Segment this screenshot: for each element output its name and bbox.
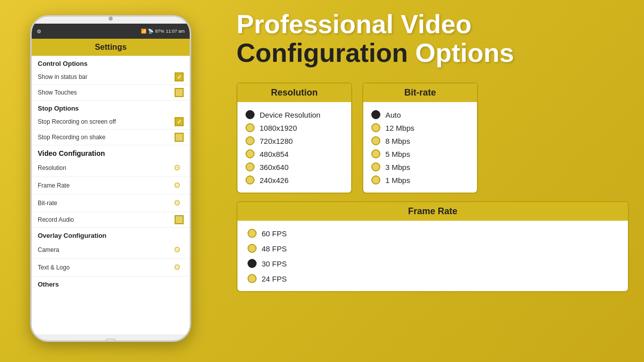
phone-camera — [109, 17, 113, 21]
settings-header: Settings — [32, 39, 190, 56]
resolution-option-0[interactable]: Device Resolution — [246, 108, 343, 121]
show-touches-row[interactable]: Show Touches — [32, 85, 190, 101]
framerate-option-0[interactable]: 60 FPS — [248, 227, 618, 240]
bitrate-option-0[interactable]: Auto — [371, 108, 469, 121]
bitrate-option-1[interactable]: 12 Mbps — [371, 121, 469, 134]
framerate-card-body: 60 FPS 48 FPS 30 FPS 24 FPS — [237, 221, 628, 291]
status-bar: ⚙ 📶 📡 87% 11:07 am — [32, 24, 190, 39]
text-logo-label: Text & Logo — [38, 264, 69, 271]
bitrate-label-5: 1 Mbps — [385, 176, 410, 185]
bitrate-option-3[interactable]: 5 Mbps — [371, 147, 469, 160]
resolution-row[interactable]: Resolution ⚙ — [32, 159, 190, 177]
phone-mockup: ⚙ 📶 📡 87% 11:07 am Settings Control Opti… — [30, 15, 191, 347]
bitrate-radio-5[interactable] — [371, 175, 380, 185]
bitrate-radio-1[interactable] — [371, 123, 380, 132]
stop-recording-shake-row[interactable]: Stop Recording on shake — [32, 130, 190, 145]
wifi-icon: 📶 — [141, 29, 146, 34]
section-overlay-config: Overlay Configuration — [32, 228, 190, 241]
bitrate-card-body: Auto 12 Mbps 8 Mbps 5 Mbps — [363, 102, 477, 193]
bitrate-card-header: Bit-rate — [363, 83, 477, 102]
bitrate-label-2: 8 Mbps — [385, 137, 410, 145]
section-stop-options: Stop Options — [32, 101, 190, 114]
right-panel: Professional Video Configuration Options… — [221, 0, 644, 362]
framerate-option-2[interactable]: 30 FPS — [248, 257, 618, 270]
framerate-label-0: 60 FPS — [262, 229, 287, 238]
resolution-radio-5[interactable] — [246, 175, 255, 185]
resolution-option-2[interactable]: 362x644 — [246, 134, 343, 147]
bitrate-gear-icon[interactable]: ⚙ — [174, 198, 184, 208]
phone-home-button[interactable] — [101, 338, 121, 342]
frame-rate-row[interactable]: Frame Rate ⚙ — [32, 177, 190, 195]
resolution-label-4: 360x640 — [260, 163, 289, 171]
bitrate-label: Bit-rate — [38, 200, 57, 207]
camera-row[interactable]: Camera ⚙ — [32, 241, 190, 259]
resolution-gear-icon[interactable]: ⚙ — [174, 163, 184, 173]
resolution-option-4[interactable]: 360x640 — [246, 160, 343, 173]
framerate-label-2: 30 FPS — [262, 259, 287, 268]
stop-recording-screen-row[interactable]: Stop Recording on screen off ✓ — [32, 114, 190, 130]
show-status-bar-label: Show in status bar — [38, 73, 88, 80]
resolution-radio-4[interactable] — [246, 162, 255, 171]
bitrate-option-5[interactable]: 1 Mbps — [371, 173, 469, 187]
bitrate-radio-0[interactable] — [371, 110, 380, 119]
bitrate-radio-3[interactable] — [371, 149, 380, 158]
section-control-options: Control Options — [32, 56, 190, 69]
title-line1-professional: Professional Video — [236, 10, 471, 39]
framerate-radio-1[interactable] — [248, 244, 257, 253]
bitrate-radio-4[interactable] — [371, 162, 380, 171]
framerate-label-1: 48 FPS — [262, 244, 287, 253]
resolution-label: Resolution — [38, 164, 66, 171]
bitrate-option-4[interactable]: 3 Mbps — [371, 160, 469, 173]
stop-screen-off-label: Stop Recording on screen off — [38, 118, 175, 125]
text-logo-gear-icon[interactable]: ⚙ — [174, 262, 184, 273]
bitrate-radio-2[interactable] — [371, 136, 380, 145]
show-status-bar-row[interactable]: Show in status bar ✓ — [32, 69, 190, 85]
section-others: Others — [32, 277, 190, 290]
bitrate-label-1: 12 Mbps — [385, 124, 415, 132]
phone-content: Control Options Show in status bar ✓ Sho… — [32, 56, 190, 334]
stop-shake-checkbox[interactable] — [175, 133, 184, 142]
time-display: 11:07 am — [166, 29, 185, 34]
resolution-card-body: Device Resolution 1080x1920 362x644 480… — [237, 102, 351, 193]
stop-screen-off-checkbox[interactable]: ✓ — [175, 117, 184, 126]
camera-label: Camera — [38, 246, 59, 253]
frame-rate-gear-icon[interactable]: ⚙ — [174, 180, 184, 191]
resolution-card: Resolution Device Resolution 1080x1920 7… — [236, 82, 352, 194]
resolution-radio-0[interactable] — [246, 110, 255, 119]
status-bar-left: ⚙ — [37, 29, 41, 34]
bitrate-option-2[interactable]: 8 Mbps — [371, 134, 469, 147]
framerate-radio-2[interactable] — [248, 259, 257, 268]
record-audio-row[interactable]: Record Audio — [32, 212, 190, 228]
resolution-option-5[interactable]: 240x426 — [246, 173, 343, 187]
main-title: Professional Video Configuration Options — [236, 10, 629, 67]
resolution-label-3: 480x854 — [260, 150, 289, 158]
bitrate-label-0: Auto — [385, 111, 401, 119]
bitrate-row[interactable]: Bit-rate ⚙ — [32, 195, 190, 212]
framerate-option-1[interactable]: 48 FPS — [248, 242, 618, 255]
resolution-option-3[interactable]: 480x854 — [246, 147, 343, 160]
framerate-radio-3[interactable] — [248, 274, 257, 283]
title-line2-configuration: Configuration — [236, 38, 408, 67]
framerate-card: Frame Rate 60 FPS 48 FPS 30 FPS 24 FPS — [236, 201, 629, 292]
record-audio-checkbox[interactable] — [175, 215, 184, 224]
show-status-bar-checkbox[interactable]: ✓ — [175, 72, 184, 81]
show-touches-label: Show Touches — [38, 89, 77, 96]
signal-icon: 📡 — [148, 29, 153, 34]
bitrate-label-3: 5 Mbps — [385, 150, 410, 158]
text-logo-row[interactable]: Text & Logo ⚙ — [32, 259, 190, 277]
bitrate-card: Bit-rate Auto 12 Mbps 8 Mbps — [362, 82, 478, 194]
framerate-option-3[interactable]: 24 FPS — [248, 272, 618, 285]
resolution-card-header: Resolution — [237, 83, 351, 102]
resolution-label-2: 362x644 — [260, 137, 293, 145]
framerate-radio-0[interactable] — [248, 229, 257, 238]
resolution-label-5: 240x426 — [260, 176, 289, 185]
resolution-radio-3[interactable] — [246, 149, 255, 158]
record-audio-label: Record Audio — [38, 216, 74, 223]
resolution-radio-2[interactable] — [246, 136, 255, 145]
resolution-radio-1[interactable] — [246, 123, 255, 132]
show-touches-checkbox[interactable] — [175, 88, 184, 97]
title-line2-options: Options — [415, 38, 514, 67]
resolution-option-1[interactable]: 1080x1920 — [246, 121, 343, 134]
camera-gear-icon[interactable]: ⚙ — [174, 245, 184, 255]
section-video-config: Video Configuration — [32, 145, 190, 159]
